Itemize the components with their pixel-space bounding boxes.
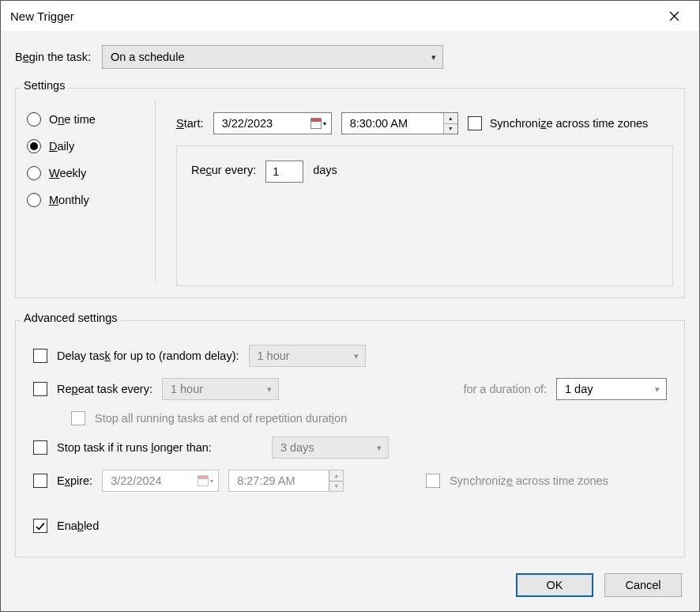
expire-sync-checkbox xyxy=(426,474,440,488)
calendar-dropdown-button[interactable]: ▾ xyxy=(195,475,215,486)
start-time-value: 8:30:00 AM xyxy=(342,113,416,134)
advanced-legend: Advanced settings xyxy=(21,312,121,324)
radio-label: Daily xyxy=(49,140,74,153)
stop-longer-label: Stop task if it runs longer than: xyxy=(57,441,212,454)
chevron-down-icon: ▾ xyxy=(431,52,436,62)
cancel-label: Cancel xyxy=(625,579,660,591)
calendar-dropdown-button[interactable]: ▾ xyxy=(308,118,328,129)
advanced-group: Advanced settings Delay task for up to (… xyxy=(15,320,685,557)
delay-value: 1 hour xyxy=(258,349,290,362)
repeat-label: Repeat task every: xyxy=(57,383,152,395)
chevron-down-icon: ▾ xyxy=(210,478,213,485)
duration-value: 1 day xyxy=(565,383,593,395)
expire-label: Expire: xyxy=(57,474,92,487)
titlebar: New Trigger xyxy=(1,1,699,31)
radio-label: Monthly xyxy=(49,194,89,206)
dialog-buttons: OK Cancel xyxy=(516,573,682,597)
start-label: Start: xyxy=(176,117,204,130)
begin-task-combobox[interactable]: On a schedule ▾ xyxy=(102,45,443,69)
dialog-content: Begin the task: On a schedule ▾ Settings… xyxy=(1,31,699,611)
recur-panel: Recur every: 1 days xyxy=(176,145,673,286)
recur-days-value: 1 xyxy=(273,165,279,178)
time-spinner[interactable]: ▲ ▼ xyxy=(329,470,343,491)
start-row: Start: 3/22/2023 ▾ 8:30:00 AM xyxy=(176,100,673,134)
stop-repetition-label: Stop all running tasks at end of repetit… xyxy=(95,412,347,425)
chevron-down-icon: ▾ xyxy=(655,384,660,395)
radio-icon xyxy=(27,139,41,153)
start-date-value: 3/22/2023 xyxy=(222,117,273,130)
radio-daily[interactable]: Daily xyxy=(27,139,134,153)
stop-longer-checkbox[interactable] xyxy=(33,440,47,455)
delay-combobox[interactable]: 1 hour ▾ xyxy=(249,345,366,367)
spinner-down-icon[interactable]: ▼ xyxy=(329,482,343,492)
recur-days-input[interactable]: 1 xyxy=(265,161,303,183)
radio-icon xyxy=(27,166,41,180)
begin-task-value: On a schedule xyxy=(111,51,185,63)
calendar-icon xyxy=(198,475,209,486)
radio-one-time[interactable]: One time xyxy=(27,112,134,127)
start-time-input[interactable]: 8:30:00 AM ▲ ▼ xyxy=(341,112,458,134)
vertical-separator xyxy=(155,100,156,281)
stop-longer-combobox[interactable]: 3 days ▾ xyxy=(272,436,389,459)
stop-repetition-checkbox xyxy=(71,411,85,425)
sync-timezones-label: Synchronize across time zones xyxy=(490,117,649,130)
radio-icon xyxy=(27,193,41,207)
calendar-icon xyxy=(310,118,322,129)
expire-date-input[interactable]: 3/22/2024 ▾ xyxy=(102,470,219,492)
spinner-up-icon[interactable]: ▲ xyxy=(444,113,457,124)
cancel-button[interactable]: Cancel xyxy=(604,573,682,597)
repeat-combobox[interactable]: 1 hour ▾ xyxy=(162,378,279,400)
radio-icon xyxy=(27,112,41,127)
stop-longer-value: 3 days xyxy=(280,441,314,454)
expire-date-value: 3/22/2024 xyxy=(111,474,162,487)
recur-label: Recur every: xyxy=(191,161,256,176)
chevron-down-icon: ▾ xyxy=(267,384,272,395)
recur-unit: days xyxy=(313,161,337,176)
sync-timezones-row: Synchronize across time zones xyxy=(468,116,649,130)
time-spinner[interactable]: ▲ ▼ xyxy=(443,113,457,134)
chevron-down-icon: ▾ xyxy=(323,120,326,127)
expire-sync-label: Synchronize across time zones xyxy=(450,474,608,487)
expire-time-value: 8:27:29 AM xyxy=(229,470,303,491)
expire-checkbox[interactable] xyxy=(33,474,47,488)
begin-label: Begin the task: xyxy=(15,51,91,63)
settings-legend: Settings xyxy=(21,79,68,92)
repeat-value: 1 hour xyxy=(171,383,203,395)
expire-time-input[interactable]: 8:27:29 AM ▲ ▼ xyxy=(228,470,344,492)
close-button[interactable] xyxy=(658,4,690,28)
begin-row: Begin the task: On a schedule ▾ xyxy=(15,45,685,69)
radio-label: One time xyxy=(49,113,96,126)
close-icon xyxy=(669,11,679,21)
duration-label: for a duration of: xyxy=(463,383,547,395)
radio-weekly[interactable]: Weekly xyxy=(27,166,134,180)
schedule-type-radios: One time Daily Weekly Monthly xyxy=(27,100,134,286)
ok-button[interactable]: OK xyxy=(516,573,593,597)
radio-label: Weekly xyxy=(49,167,86,179)
enabled-checkbox[interactable] xyxy=(33,519,47,533)
spinner-down-icon[interactable]: ▼ xyxy=(444,124,457,134)
delay-label: Delay task for up to (random delay): xyxy=(57,349,239,362)
delay-checkbox[interactable] xyxy=(33,349,47,363)
enabled-label: Enabled xyxy=(57,519,99,532)
radio-monthly[interactable]: Monthly xyxy=(27,193,134,207)
sync-timezones-checkbox[interactable] xyxy=(468,116,482,130)
settings-group: Settings One time Daily Weekly xyxy=(15,88,685,298)
dialog-new-trigger: New Trigger Begin the task: On a schedul… xyxy=(0,0,700,612)
window-title: New Trigger xyxy=(10,9,74,23)
repeat-checkbox[interactable] xyxy=(33,382,47,396)
duration-combobox[interactable]: 1 day ▾ xyxy=(556,378,667,400)
ok-label: OK xyxy=(547,579,563,591)
start-date-input[interactable]: 3/22/2023 ▾ xyxy=(213,112,332,134)
spinner-up-icon[interactable]: ▲ xyxy=(329,470,343,482)
chevron-down-icon: ▾ xyxy=(354,351,359,361)
chevron-down-icon: ▾ xyxy=(377,443,382,453)
